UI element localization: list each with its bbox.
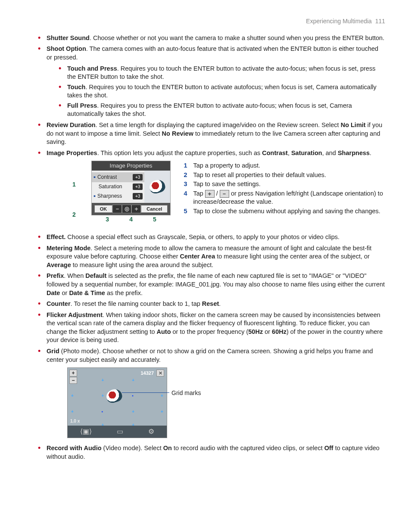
bold: Contrast	[262, 149, 288, 156]
note-text: Tap a property to adjust.	[193, 162, 260, 170]
note-text: Tap to save the settings.	[193, 180, 260, 189]
left-callout-numbers: 1 2	[72, 161, 78, 230]
item-metering-mode: Metering Mode. Select a metering mode to…	[38, 244, 385, 270]
item-title: Effect.	[47, 233, 65, 240]
item-text: . Choose whether or not you want the cam…	[90, 34, 384, 41]
item-title: Flicker Adjustment	[47, 311, 103, 318]
grid-figure-wrap: + − 14327 ✕ ++ ++▪+ +▪++ ++ 1.0 x	[47, 364, 385, 438]
row-contrast[interactable]: ▪ Contrast +3	[92, 172, 145, 183]
text: as the prefix.	[105, 289, 143, 296]
row-saturation[interactable]: Saturation +3	[92, 182, 145, 191]
text: to measure light using the area around t…	[71, 261, 213, 268]
image-properties-figure-row: 1 2 Image Properties ▪ Contrast +3	[72, 161, 385, 230]
panel-title: Image Properties	[92, 161, 171, 171]
sub-title: Touch and Press	[67, 65, 117, 72]
sub-title: Full Press	[67, 102, 97, 109]
note-3: 3Tap to save the settings.	[184, 180, 385, 189]
reset-button[interactable]: ◎	[122, 205, 131, 213]
text: or to the proper frequency (	[171, 328, 249, 335]
bold: Date	[47, 289, 60, 296]
top-status: 14327 ✕	[140, 370, 164, 376]
sub-list: Touch and Press. Requires you to touch t…	[47, 65, 385, 118]
row-label: Saturation	[99, 183, 131, 190]
item-text: . The camera comes with an auto-focus fe…	[47, 45, 378, 61]
text: (Video mode). Select	[102, 445, 163, 451]
item-title: Grid	[47, 348, 59, 355]
note-2: 2Tap to reset all properties to their de…	[184, 171, 385, 180]
note-text: Tap to reset all properties to their def…	[193, 171, 326, 180]
text: .	[219, 300, 221, 307]
bold: Default	[85, 272, 106, 279]
item-title: Image Properties	[47, 149, 97, 156]
row-value: +3	[133, 184, 143, 190]
page-header: Experiencing Multimedia 111	[26, 17, 385, 25]
item-text: Choose a special effect such as Grayscal…	[65, 233, 339, 240]
camera-grid-screenshot: + − 14327 ✕ ++ ++▪+ +▪++ ++ 1.0 x	[67, 367, 167, 438]
item-title: Shutter Sound	[47, 34, 90, 41]
selection-marker-icon: ▪	[93, 173, 96, 182]
note-text: Tap to close the submenu without applyin…	[193, 207, 380, 216]
value-stepper: － ◎ ＋	[112, 205, 141, 213]
sub-touch-press: Touch and Press. Requires you to touch t…	[59, 65, 385, 81]
camera-icon[interactable]: ▭	[117, 427, 123, 436]
item-record-audio: Record with Audio (Video mode). Select O…	[38, 444, 385, 461]
bold: Center Area	[180, 253, 215, 260]
row-value: +3	[133, 193, 143, 200]
plus-button[interactable]: ＋	[131, 205, 141, 213]
text: or	[60, 289, 69, 296]
zoom-level: 1.0 x	[70, 418, 80, 424]
zoom-in-button[interactable]: +	[69, 370, 77, 376]
minus-icon: －	[220, 190, 229, 198]
text: . When	[64, 272, 85, 279]
bold: Auto	[157, 328, 171, 335]
gallery-icon[interactable]: ⟨▣⟩	[80, 427, 92, 436]
selection-marker-icon: ▪	[93, 192, 96, 201]
shot-count: 14327	[140, 370, 154, 376]
text: . Set a time length for displaying the c…	[96, 121, 341, 128]
item-title: Review Duration	[47, 121, 96, 128]
row-label: Sharpness	[97, 193, 131, 199]
item-title: Record with Audio	[47, 445, 102, 451]
preview-image-icon	[148, 178, 167, 195]
row-sharpness[interactable]: ▪ Sharpness +3	[92, 191, 145, 202]
item-counter: Counter. To reset the file naming counte…	[38, 300, 385, 308]
bold: Saturation	[291, 149, 322, 156]
image-properties-panel: Image Properties ▪ Contrast +3	[91, 161, 171, 224]
text: . This option lets you adjust the captur…	[97, 149, 262, 156]
bullet-list: Shutter Sound. Choose whether or not you…	[26, 34, 385, 461]
bottom-callout-numbers: 3 4 5	[91, 215, 171, 224]
gear-icon[interactable]: ⚙	[148, 427, 154, 436]
preview-pane	[144, 171, 170, 203]
item-image-properties: Image Properties. This option lets you a…	[38, 149, 385, 230]
ok-button[interactable]: OK	[94, 205, 113, 213]
note-num: 4	[184, 190, 190, 198]
text: . To reset the file naming counter back …	[71, 300, 202, 307]
item-title: Counter	[47, 300, 71, 307]
note-1: 1Tap a property to adjust.	[184, 162, 385, 170]
text: or	[263, 328, 272, 335]
item-grid: Grid (Photo mode). Choose whether or not…	[38, 347, 385, 438]
page-number: 111	[375, 18, 385, 25]
text: to measure light using the center area o…	[215, 253, 370, 260]
bold: Reset	[202, 300, 219, 307]
row-label: Contrast	[97, 174, 131, 180]
minus-button[interactable]: －	[112, 205, 122, 213]
close-button[interactable]: ✕	[156, 370, 164, 376]
text: to record audio with the captured video …	[172, 445, 324, 451]
text: , and	[322, 149, 338, 156]
text: .	[370, 149, 371, 156]
plus-icon: ＋	[205, 190, 215, 198]
item-title: Shoot Option	[47, 45, 86, 52]
sub-title: Touch	[67, 84, 85, 90]
cancel-button[interactable]: Cancel	[141, 205, 168, 213]
callout-1: 1	[72, 180, 76, 189]
callout-2: 2	[72, 211, 76, 219]
note-num: 1	[184, 162, 190, 170]
page: Experiencing Multimedia 111 Shutter Soun…	[0, 0, 411, 481]
preview-subject-icon	[106, 389, 122, 402]
note-num: 2	[184, 171, 190, 180]
grid-marks-label: Grid marks	[171, 389, 201, 397]
note-text: Tap ＋ / － or press Navigation left/right…	[193, 190, 385, 206]
callout-4: 4	[129, 215, 133, 224]
item-shoot-option: Shoot Option. The camera comes with an a…	[38, 45, 385, 118]
